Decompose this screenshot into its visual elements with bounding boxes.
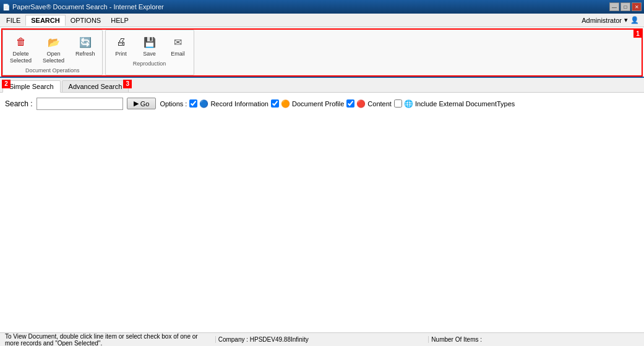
option-doc-profile: 🟠 Document Profile (271, 99, 344, 108)
maximize-button[interactable]: □ (620, 2, 630, 11)
menu-file[interactable]: FILE (1, 15, 25, 25)
tab-simple-search-label: Simple Search (9, 83, 54, 90)
ribbon-section-reproduction: 🖨 Print 💾 Save ✉ Email Reproduction (105, 30, 194, 75)
reproduction-section-label: Reproduction (133, 61, 166, 67)
menu-options[interactable]: OPTIONS (66, 15, 106, 25)
menu-search[interactable]: SEARCH (25, 15, 65, 26)
search-input[interactable] (36, 98, 123, 110)
open-icon: 📂 (45, 33, 62, 51)
content-label: Content (367, 100, 392, 108)
delete-selected-label: DeleteSelected (10, 51, 32, 64)
status-left: To View Document, double click line item… (2, 333, 215, 347)
record-info-checkbox[interactable] (189, 99, 197, 108)
delete-icon: 🗑 (12, 33, 30, 51)
title-text: PaperSave® Document Search - Internet Ex… (12, 3, 609, 11)
save-button[interactable]: 💾 Save (137, 32, 163, 59)
search-row: Search : ▶ Go Options : 🔵 Record Informa… (5, 98, 639, 110)
ribbon: 🗑 DeleteSelected 📂 OpenSelected 🔄 Refres… (0, 27, 644, 78)
print-icon: 🖨 (113, 33, 130, 51)
go-button[interactable]: ▶ Go (127, 98, 157, 109)
ribbon-buttons-doc-ops: 🗑 DeleteSelected 📂 OpenSelected 🔄 Refres… (6, 32, 100, 66)
close-button[interactable]: ✕ (632, 2, 642, 11)
option-ext-doc: 🌐 Include External DocumentTypes (394, 99, 515, 108)
tab-advanced-search-label: Advanced Search (69, 83, 122, 90)
record-info-label: Record Information (210, 100, 268, 108)
refresh-label: Refresh (75, 51, 95, 57)
status-center: Company : HPSDEV49.88Infinity (215, 336, 429, 343)
go-label: Go (140, 100, 150, 108)
tabs-bar: Simple Search 2 Advanced Search 3 (0, 78, 644, 93)
save-label: Save (143, 51, 156, 57)
doc-profile-label: Document Profile (292, 100, 344, 108)
doc-ops-section-label: Document Operations (25, 67, 80, 74)
save-icon: 💾 (141, 33, 158, 51)
email-icon: ✉ (170, 33, 187, 51)
content-checkbox[interactable] (346, 99, 354, 108)
email-label: Email (171, 51, 185, 57)
open-selected-label: OpenSelected (43, 51, 64, 64)
ribbon-annotation-num: 1 (633, 29, 642, 38)
refresh-button[interactable]: 🔄 Refresh (71, 32, 100, 66)
doc-profile-icon: 🟠 (281, 99, 290, 108)
option-content: 🔴 Content (346, 99, 392, 108)
refresh-icon: 🔄 (77, 33, 94, 51)
content-icon: 🔴 (356, 99, 366, 108)
search-label: Search : (5, 99, 33, 108)
user-area: Administrator▾ 👤 (582, 16, 643, 24)
window-controls: — □ ✕ (609, 2, 642, 11)
print-button[interactable]: 🖨 Print (108, 32, 134, 59)
tab-simple-search[interactable]: Simple Search 2 (2, 80, 61, 93)
option-record-info: 🔵 Record Information (189, 99, 268, 108)
menu-help[interactable]: HELP (106, 15, 134, 25)
user-avatar-icon: 👤 (630, 16, 639, 24)
tab-annotation-3: 3 (123, 80, 132, 88)
status-bar: To View Document, double click line item… (0, 332, 644, 346)
ribbon-buttons-reproduction: 🖨 Print 💾 Save ✉ Email (108, 32, 191, 59)
print-label: Print (115, 51, 127, 57)
minimize-button[interactable]: — (609, 2, 619, 11)
email-button[interactable]: ✉ Email (165, 32, 191, 59)
doc-profile-checkbox[interactable] (271, 99, 279, 108)
open-selected-button[interactable]: 📂 OpenSelected (38, 32, 69, 66)
app-icon: 📄 (2, 4, 10, 11)
options-label: Options : (160, 100, 187, 108)
menu-bar: FILE SEARCH OPTIONS HELP Administrator▾ … (0, 14, 644, 27)
ribbon-section-document-operations: 🗑 DeleteSelected 📂 OpenSelected 🔄 Refres… (2, 30, 103, 75)
ext-doc-label: Include External DocumentTypes (415, 100, 515, 108)
search-panel: Search : ▶ Go Options : 🔵 Record Informa… (0, 93, 644, 115)
ext-doc-icon: 🌐 (404, 99, 413, 108)
title-bar: 📄 PaperSave® Document Search - Internet … (0, 0, 644, 14)
options-area: Options : 🔵 Record Information 🟠 Documen… (160, 99, 515, 108)
main-content (0, 115, 644, 345)
ext-doc-checkbox[interactable] (394, 99, 402, 108)
go-arrow-icon: ▶ (134, 99, 139, 108)
record-info-icon: 🔵 (199, 99, 208, 108)
delete-selected-button[interactable]: 🗑 DeleteSelected (6, 32, 36, 66)
tab-annotation-2: 2 (2, 80, 11, 88)
username: Administrator (582, 17, 622, 24)
tab-advanced-search[interactable]: Advanced Search 3 (62, 80, 129, 92)
status-right: Number Of Items : (428, 336, 642, 343)
